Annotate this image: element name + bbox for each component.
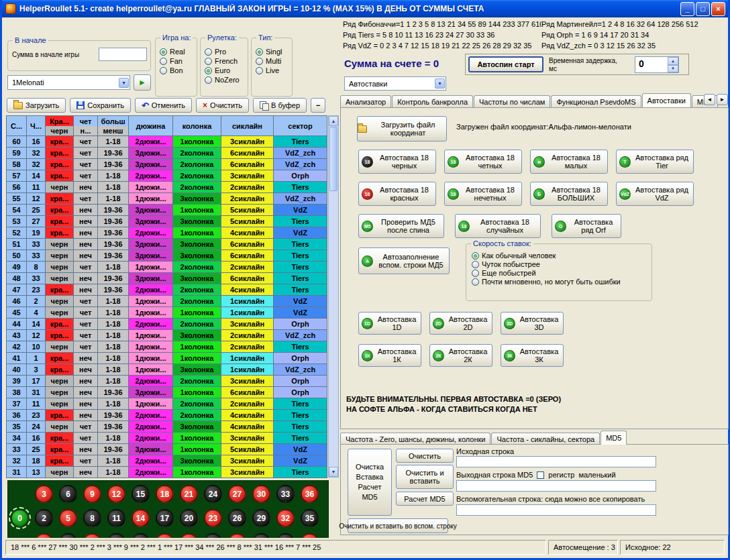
autobet-button[interactable]: 18Автоставка 18 черных (358, 150, 436, 174)
table-row[interactable]: 454чернчет1-181дюжи...1колонка1сиклайнVd… (7, 307, 327, 319)
clear-button[interactable]: ×Очистить (196, 98, 249, 113)
table-row[interactable]: 5832кра...чет19-363дюжи...2колонка6сикла… (7, 159, 327, 170)
board-number[interactable]: 24 (204, 485, 222, 503)
radio-option[interactable]: Fan (160, 57, 193, 65)
play-button[interactable]: ► (134, 74, 151, 91)
title-bar[interactable]: HelperRoullet 5.1- create helperroullet@… (2, 0, 728, 17)
autobet-button[interactable]: М5Проверить МД5 после спина (358, 214, 444, 238)
board-number[interactable]: 27 (228, 485, 246, 503)
md5-master-button[interactable]: Очистка Вставка Расчет MD5 (348, 449, 392, 516)
radio-option[interactable]: Euro (205, 66, 244, 74)
board-number[interactable]: 17 (156, 509, 174, 527)
board-number[interactable]: 9 (83, 485, 101, 503)
board-number[interactable]: 30 (252, 485, 270, 503)
radio-option[interactable]: Bon (160, 66, 193, 74)
md5-calc-button[interactable]: Расчет MD5 (396, 492, 454, 506)
scroll-up-icon[interactable]: ▲ (329, 116, 338, 126)
autobet-button[interactable]: 3КАвтоставка 3К (501, 344, 564, 367)
table-row[interactable]: 4723кра...неч19-362дюжи...2колонка4сикла… (7, 284, 327, 296)
radio-option[interactable]: Real (160, 48, 193, 56)
tab[interactable]: MD5 (601, 431, 627, 445)
board-number[interactable]: 11 (107, 509, 125, 527)
autobet-button[interactable]: VdZАвтоставка ряд VdZ (616, 182, 694, 206)
radio-option[interactable]: Почти мгновенно, но могут быть ошибки (472, 278, 647, 286)
save-button[interactable]: Сохранить (70, 98, 131, 113)
start-sum-input[interactable] (99, 48, 147, 61)
chevron-down-icon[interactable]: ▼ (435, 78, 445, 89)
board-number[interactable]: 14 (132, 509, 150, 527)
board-number[interactable]: 18 (156, 485, 174, 503)
autobet-button[interactable]: 3DАвтоставка 3D (501, 312, 564, 335)
chevron-down-icon[interactable]: ▼ (119, 78, 129, 88)
table-row[interactable]: 4312кра...чет1-181дюжи...3колонка2сиклай… (7, 330, 327, 341)
autobet-button[interactable]: 18Автоставка 18 четных (444, 150, 522, 174)
autobet-button[interactable]: 1DАвтоставка 1D (358, 312, 421, 335)
md5-aux-input[interactable] (456, 504, 656, 516)
to-buffer-button[interactable]: В буфер (253, 98, 307, 113)
table-row[interactable]: 5219кра...неч19-362дюжи...1колонка4сикла… (7, 227, 327, 239)
tab[interactable]: Анализатор (340, 95, 391, 107)
autobet-button[interactable]: 18Автоставка 18 нечетных (444, 182, 522, 206)
autobet-button[interactable]: ТАвтоставка ряд Tier (616, 150, 694, 174)
scroll-thumb[interactable] (329, 127, 337, 191)
radio-option[interactable]: Live (256, 66, 289, 74)
md5-output-input[interactable] (456, 480, 656, 492)
table-row[interactable]: 5611черннеч1-181дюжи...2колонка2сиклайнT… (7, 182, 327, 193)
table-row[interactable]: 5133черннеч19-363дюжи...3колонка6сиклайн… (7, 239, 327, 250)
table-row[interactable]: 498чернчет1-181дюжи...2колонка2сиклайнTi… (7, 262, 327, 273)
board-number[interactable]: 36 (301, 485, 319, 503)
table-row[interactable]: 3831черннеч19-363дюжи...1колонка6сиклайн… (7, 387, 327, 398)
autobet-button[interactable]: 2КАвтоставка 2К (429, 344, 492, 367)
radio-option[interactable]: Чуток побыстрее (472, 260, 647, 268)
board-number[interactable]: 12 (107, 485, 125, 503)
md5-source-input[interactable] (456, 456, 656, 467)
autobet-select[interactable]: Автоставки ▼ (344, 76, 446, 91)
autofill-md5-button[interactable]: А Автозаполнение вспом. строки МД5 (358, 247, 450, 274)
table-row[interactable]: 5425кра...неч19-363дюжи...1колонка5сикла… (7, 205, 327, 216)
table-row[interactable]: 4414кра...чет1-182дюжи...2колонка3сиклай… (7, 319, 327, 330)
radio-option[interactable]: Pro (205, 48, 244, 56)
load-button[interactable]: Загрузить (7, 98, 66, 113)
delay-value[interactable]: 0 (635, 57, 668, 72)
md5-clear-button[interactable]: Очистить (396, 449, 454, 463)
profile-select[interactable]: 1Melonati ▼ (7, 75, 130, 90)
board-number[interactable]: 32 (276, 509, 295, 527)
tab-scroll-left-icon[interactable]: ◄ (704, 94, 715, 105)
tab[interactable]: Частота - сиклайны, сектора (491, 433, 600, 445)
autobet-button[interactable]: БАвтоставка 18 БОЛЬШИХ (530, 182, 608, 206)
radio-option[interactable]: Singl (256, 48, 289, 56)
tab[interactable]: Автоставки (642, 93, 691, 107)
minimize-button[interactable]: _ (680, 2, 694, 16)
tab-scroll-right-icon[interactable]: ► (717, 94, 728, 105)
board-number[interactable]: 29 (252, 509, 270, 527)
table-row[interactable]: 4210чернчет1-181дюжи...1колонка2сиклайнT… (7, 341, 327, 353)
table-row[interactable]: 4833черннеч19-363дюжи...3колонка6сиклайн… (7, 273, 327, 284)
table-row[interactable]: 3917черннеч1-182дюжи...2колонка3сиклайнO… (7, 376, 327, 387)
board-number[interactable]: 20 (180, 509, 198, 527)
table-row[interactable]: 3524чернчет19-362дюжи...3колонка4сиклайн… (7, 421, 327, 433)
autospin-start-button[interactable]: Автоспин старт (468, 56, 543, 72)
table-row[interactable]: 3113черннеч1-182дюжи...1колонка3сиклайнT… (7, 467, 327, 478)
table-row[interactable]: 3416кра...чет1-182дюжи...1колонка3сиклай… (7, 433, 327, 444)
tab[interactable]: Функционал PsevdoMS (551, 95, 641, 107)
table-row[interactable]: 5512кра...чет1-181дюжи...3колонка2сиклай… (7, 193, 327, 205)
board-number[interactable]: 6 (59, 485, 77, 503)
autobet-button[interactable]: ОАвтоставка ряд Orf (552, 214, 621, 238)
table-row[interactable]: 3218кра...чет1-182дюжи...3колонка3сиклай… (7, 455, 327, 467)
board-number[interactable]: 5 (59, 509, 77, 527)
close-button[interactable]: × (711, 2, 725, 16)
board-number[interactable]: 2 (35, 509, 53, 527)
board-number[interactable]: 21 (180, 485, 198, 503)
tab[interactable]: Контроль банкролла (392, 95, 473, 107)
radio-option[interactable]: NoZero (205, 76, 244, 84)
table-row[interactable]: 3623кра...неч19-362дюжи...2колонка4сикла… (7, 410, 327, 421)
maximize-button[interactable]: □ (696, 2, 710, 16)
spinner-down-icon[interactable]: ▼ (668, 65, 678, 73)
board-number[interactable]: 23 (204, 509, 222, 527)
table-row[interactable]: 5932кра...чет19-363дюжи...2колонка6сикла… (7, 148, 327, 159)
autobet-button[interactable]: 2DАвтоставка 2D (429, 312, 492, 335)
radio-option[interactable]: Еще побыстрей (472, 269, 647, 277)
scroll-down-icon[interactable]: ▼ (329, 467, 338, 477)
undo-button[interactable]: ↶Отменить (135, 98, 192, 113)
table-row[interactable]: 411кра...неч1-181дюжи...1колонка1сиклайн… (7, 353, 327, 364)
